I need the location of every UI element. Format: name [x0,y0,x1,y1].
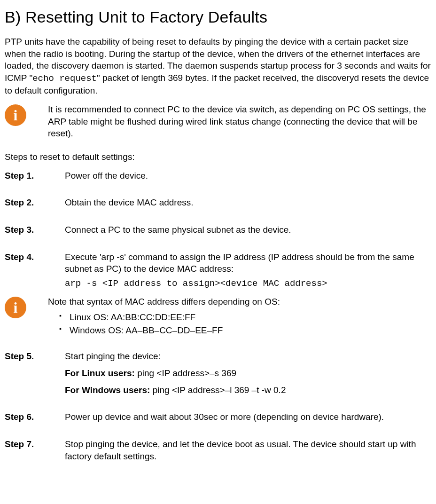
step-text: Execute 'arp -s' command to assign the I… [65,251,431,275]
step-label: Step 3. [5,224,65,236]
list-item: Linux OS: AA:BB:CC:DD:EE:FF [59,311,431,323]
linux-line: For Linux users: ping <IP address>–s 369 [65,367,431,379]
step-label: Step 4. [5,251,65,263]
info-icon: i [5,297,26,318]
step-7: Step 7. Stop pinging the device, and let… [5,438,431,462]
step-code: arp -s <IP address to assign><device MAC… [65,278,431,290]
steps-intro: Steps to reset to default settings: [5,151,431,163]
step-text: Connect a PC to the same physical subnet… [65,224,431,236]
step-label: Step 7. [5,438,65,450]
info-callout-2: i Note that syntax of MAC address differ… [5,296,431,338]
step-text: Start pinging the device: [65,350,431,362]
step-label: Step 6. [5,411,65,423]
linux-label: For Linux users: [65,368,135,378]
list-item: Windows OS: AA–BB–CC–DD–EE–FF [59,324,431,337]
step-6: Step 6. Power up device and wait about 3… [5,411,431,423]
step-label: Step 1. [5,170,65,182]
step-2: Step 2. Obtain the device MAC address. [5,197,431,209]
intro-paragraph: PTP units have the capability of being r… [5,36,431,97]
windows-cmd: ping <IP address>–l 369 –t -w 0.2 [150,385,286,395]
info-text-2-intro: Note that syntax of MAC address differs … [48,296,431,308]
windows-line: For Windows users: ping <IP address>–l 3… [65,384,431,396]
step-5: Step 5. Start pinging the device: For Li… [5,350,431,396]
info-callout-1: i It is recommended to connect PC to the… [5,103,431,140]
linux-cmd: ping <IP address>–s 369 [135,368,236,378]
info-text-1: It is recommended to connect PC to the d… [48,103,431,140]
step-label: Step 5. [5,350,65,362]
mac-syntax-list: Linux OS: AA:BB:CC:DD:EE:FF Windows OS: … [48,311,431,336]
step-text: Power up device and wait about 30sec or … [65,411,431,423]
step-label: Step 2. [5,197,65,209]
section-title: B) Resetting Unit to Factory Defaults [5,7,431,28]
step-4: Step 4. Execute 'arp -s' command to assi… [5,251,431,290]
step-text: Stop pinging the device, and let the dev… [65,438,431,462]
step-text: Obtain the device MAC address. [65,197,431,209]
intro-code: echo request [32,73,97,84]
step-3: Step 3. Connect a PC to the same physica… [5,224,431,236]
step-text: Power off the device. [65,170,431,182]
windows-label: For Windows users: [65,385,150,395]
step-1: Step 1. Power off the device. [5,170,431,182]
info-icon: i [5,104,26,126]
